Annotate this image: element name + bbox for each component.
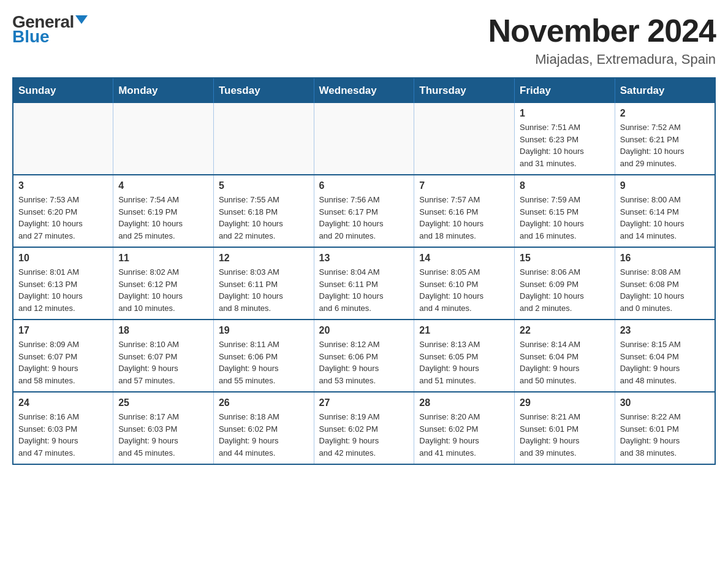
- header-tuesday: Tuesday: [213, 78, 314, 103]
- day-info: Sunrise: 7:51 AM Sunset: 6:23 PM Dayligh…: [520, 121, 610, 169]
- table-row: 27Sunrise: 8:19 AM Sunset: 6:02 PM Dayli…: [314, 392, 414, 464]
- header-thursday: Thursday: [414, 78, 515, 103]
- header-sunday: Sunday: [13, 78, 113, 103]
- calendar-table: Sunday Monday Tuesday Wednesday Thursday…: [12, 77, 716, 465]
- table-row: 28Sunrise: 8:20 AM Sunset: 6:02 PM Dayli…: [414, 392, 515, 464]
- day-info: Sunrise: 8:00 AM Sunset: 6:14 PM Dayligh…: [620, 194, 710, 242]
- day-info: Sunrise: 8:08 AM Sunset: 6:08 PM Dayligh…: [620, 266, 710, 314]
- day-info: Sunrise: 8:16 AM Sunset: 6:03 PM Dayligh…: [18, 411, 108, 459]
- day-number: 2: [620, 108, 710, 119]
- day-number: 19: [219, 325, 309, 336]
- table-row: 13Sunrise: 8:04 AM Sunset: 6:11 PM Dayli…: [314, 247, 414, 320]
- day-number: 21: [419, 325, 509, 336]
- day-info: Sunrise: 7:54 AM Sunset: 6:19 PM Dayligh…: [118, 194, 208, 242]
- day-number: 16: [620, 253, 710, 264]
- day-info: Sunrise: 7:59 AM Sunset: 6:15 PM Dayligh…: [520, 194, 610, 242]
- logo: General Blue: [12, 12, 88, 47]
- day-info: Sunrise: 8:20 AM Sunset: 6:02 PM Dayligh…: [419, 411, 509, 459]
- table-row: [213, 103, 314, 175]
- day-info: Sunrise: 7:52 AM Sunset: 6:21 PM Dayligh…: [620, 121, 710, 169]
- day-info: Sunrise: 7:57 AM Sunset: 6:16 PM Dayligh…: [419, 194, 509, 242]
- table-row: 3Sunrise: 7:53 AM Sunset: 6:20 PM Daylig…: [13, 175, 113, 247]
- table-row: 23Sunrise: 8:15 AM Sunset: 6:04 PM Dayli…: [615, 320, 715, 392]
- table-row: 21Sunrise: 8:13 AM Sunset: 6:05 PM Dayli…: [414, 320, 515, 392]
- day-number: 9: [620, 180, 710, 191]
- day-number: 1: [520, 108, 610, 119]
- logo-triangle-icon: [75, 15, 88, 24]
- table-row: 19Sunrise: 8:11 AM Sunset: 6:06 PM Dayli…: [213, 320, 314, 392]
- table-row: 12Sunrise: 8:03 AM Sunset: 6:11 PM Dayli…: [213, 247, 314, 320]
- calendar-week-row: 10Sunrise: 8:01 AM Sunset: 6:13 PM Dayli…: [13, 247, 715, 320]
- day-info: Sunrise: 8:14 AM Sunset: 6:04 PM Dayligh…: [520, 339, 610, 386]
- day-info: Sunrise: 8:18 AM Sunset: 6:02 PM Dayligh…: [219, 411, 309, 459]
- day-number: 4: [118, 180, 208, 191]
- calendar-week-row: 17Sunrise: 8:09 AM Sunset: 6:07 PM Dayli…: [13, 320, 715, 392]
- table-row: 4Sunrise: 7:54 AM Sunset: 6:19 PM Daylig…: [113, 175, 214, 247]
- table-row: 2Sunrise: 7:52 AM Sunset: 6:21 PM Daylig…: [615, 103, 715, 175]
- table-row: [414, 103, 515, 175]
- day-info: Sunrise: 8:15 AM Sunset: 6:04 PM Dayligh…: [620, 339, 710, 386]
- day-number: 12: [219, 253, 309, 264]
- day-info: Sunrise: 8:19 AM Sunset: 6:02 PM Dayligh…: [319, 411, 409, 459]
- table-row: 11Sunrise: 8:02 AM Sunset: 6:12 PM Dayli…: [113, 247, 214, 320]
- day-number: 11: [118, 253, 208, 264]
- table-row: 18Sunrise: 8:10 AM Sunset: 6:07 PM Dayli…: [113, 320, 214, 392]
- table-row: 29Sunrise: 8:21 AM Sunset: 6:01 PM Dayli…: [515, 392, 615, 464]
- day-number: 25: [118, 397, 208, 408]
- calendar-subtitle: Miajadas, Extremadura, Spain: [488, 52, 716, 67]
- day-number: 26: [219, 397, 309, 408]
- day-info: Sunrise: 7:55 AM Sunset: 6:18 PM Dayligh…: [219, 194, 309, 242]
- calendar-week-row: 24Sunrise: 8:16 AM Sunset: 6:03 PM Dayli…: [13, 392, 715, 464]
- day-number: 22: [520, 325, 610, 336]
- table-row: 16Sunrise: 8:08 AM Sunset: 6:08 PM Dayli…: [615, 247, 715, 320]
- table-row: [314, 103, 414, 175]
- day-info: Sunrise: 8:06 AM Sunset: 6:09 PM Dayligh…: [520, 266, 610, 314]
- day-number: 10: [18, 253, 108, 264]
- day-info: Sunrise: 8:02 AM Sunset: 6:12 PM Dayligh…: [118, 266, 208, 314]
- day-number: 5: [219, 180, 309, 191]
- table-row: 7Sunrise: 7:57 AM Sunset: 6:16 PM Daylig…: [414, 175, 515, 247]
- calendar-week-row: 1Sunrise: 7:51 AM Sunset: 6:23 PM Daylig…: [13, 103, 715, 175]
- day-number: 6: [319, 180, 409, 191]
- day-info: Sunrise: 8:09 AM Sunset: 6:07 PM Dayligh…: [18, 339, 108, 386]
- table-row: 14Sunrise: 8:05 AM Sunset: 6:10 PM Dayli…: [414, 247, 515, 320]
- day-number: 28: [419, 397, 509, 408]
- day-info: Sunrise: 8:05 AM Sunset: 6:10 PM Dayligh…: [419, 266, 509, 314]
- calendar-title: November 2024: [488, 12, 716, 49]
- day-number: 17: [18, 325, 108, 336]
- day-number: 14: [419, 253, 509, 264]
- table-row: 22Sunrise: 8:14 AM Sunset: 6:04 PM Dayli…: [515, 320, 615, 392]
- day-info: Sunrise: 8:17 AM Sunset: 6:03 PM Dayligh…: [118, 411, 208, 459]
- day-info: Sunrise: 8:13 AM Sunset: 6:05 PM Dayligh…: [419, 339, 509, 386]
- header-friday: Friday: [515, 78, 615, 103]
- day-number: 13: [319, 253, 409, 264]
- table-row: 6Sunrise: 7:56 AM Sunset: 6:17 PM Daylig…: [314, 175, 414, 247]
- calendar-week-row: 3Sunrise: 7:53 AM Sunset: 6:20 PM Daylig…: [13, 175, 715, 247]
- table-row: 1Sunrise: 7:51 AM Sunset: 6:23 PM Daylig…: [515, 103, 615, 175]
- table-row: [113, 103, 214, 175]
- table-row: 20Sunrise: 8:12 AM Sunset: 6:06 PM Dayli…: [314, 320, 414, 392]
- calendar-header-row: Sunday Monday Tuesday Wednesday Thursday…: [13, 78, 715, 103]
- table-row: 26Sunrise: 8:18 AM Sunset: 6:02 PM Dayli…: [213, 392, 314, 464]
- day-info: Sunrise: 8:01 AM Sunset: 6:13 PM Dayligh…: [18, 266, 108, 314]
- day-info: Sunrise: 8:12 AM Sunset: 6:06 PM Dayligh…: [319, 339, 409, 386]
- table-row: [13, 103, 113, 175]
- table-row: 9Sunrise: 8:00 AM Sunset: 6:14 PM Daylig…: [615, 175, 715, 247]
- table-row: 5Sunrise: 7:55 AM Sunset: 6:18 PM Daylig…: [213, 175, 314, 247]
- page-header: General Blue November 2024 Miajadas, Ext…: [12, 12, 716, 67]
- day-number: 23: [620, 325, 710, 336]
- day-info: Sunrise: 8:03 AM Sunset: 6:11 PM Dayligh…: [219, 266, 309, 314]
- table-row: 17Sunrise: 8:09 AM Sunset: 6:07 PM Dayli…: [13, 320, 113, 392]
- table-row: 24Sunrise: 8:16 AM Sunset: 6:03 PM Dayli…: [13, 392, 113, 464]
- day-number: 29: [520, 397, 610, 408]
- day-number: 18: [118, 325, 208, 336]
- day-info: Sunrise: 7:53 AM Sunset: 6:20 PM Dayligh…: [18, 194, 108, 242]
- day-number: 27: [319, 397, 409, 408]
- day-number: 8: [520, 180, 610, 191]
- day-number: 20: [319, 325, 409, 336]
- day-number: 15: [520, 253, 610, 264]
- day-number: 7: [419, 180, 509, 191]
- day-info: Sunrise: 8:22 AM Sunset: 6:01 PM Dayligh…: [620, 411, 710, 459]
- day-info: Sunrise: 8:10 AM Sunset: 6:07 PM Dayligh…: [118, 339, 208, 386]
- table-row: 10Sunrise: 8:01 AM Sunset: 6:13 PM Dayli…: [13, 247, 113, 320]
